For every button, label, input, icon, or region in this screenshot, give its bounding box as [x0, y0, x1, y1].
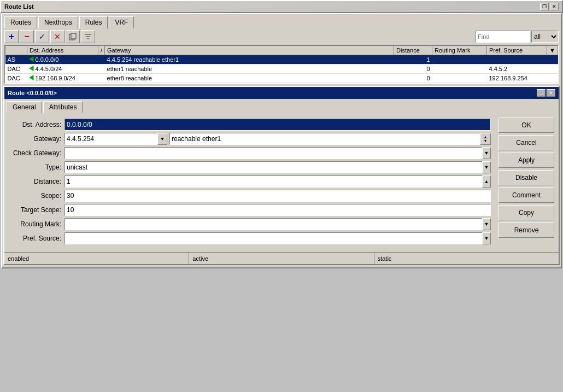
col-distance[interactable]: Distance [394, 46, 432, 55]
remove-button[interactable]: − [20, 30, 34, 43]
remove-button-form[interactable]: Remove [499, 223, 554, 238]
row-type: AS [5, 55, 27, 65]
check-gateway-field: ▼ [64, 147, 491, 159]
toolbar: + − ✓ ✕ all [2, 28, 561, 45]
check-gateway-dropdown[interactable]: ▼ [482, 147, 491, 159]
row-gateway: ether1 reachable [105, 65, 394, 74]
copy-button[interactable]: Copy [499, 205, 554, 220]
col-slash: / [98, 46, 105, 55]
distance-up[interactable]: ▲ [482, 175, 491, 188]
row-routing-mark [432, 74, 487, 83]
row-dst: 0.0.0.0/0 [27, 55, 98, 65]
tab-bar: Routes Nexthops Rules VRF [2, 14, 561, 28]
scope-label: Scope: [10, 192, 64, 200]
gateway-dropdown-button[interactable]: ▼ [157, 133, 167, 145]
form-buttons: OK Cancel Apply Disable Comment Copy Rem… [496, 115, 556, 250]
filter-button[interactable] [81, 30, 95, 43]
comment-button[interactable]: Comment [499, 188, 554, 203]
check-button[interactable]: ✓ [35, 30, 49, 43]
routing-mark-row: Routing Mark: ▼ [10, 218, 491, 230]
status-bar: enabled active static [4, 252, 559, 264]
apply-button[interactable]: Apply [499, 153, 554, 168]
gateway-label: Gateway: [10, 135, 64, 143]
type-input[interactable] [64, 161, 482, 173]
distance-row: Distance: ▲ [10, 175, 491, 188]
target-scope-label: Target Scope: [10, 206, 64, 214]
disable-button[interactable]: Disable [499, 170, 554, 185]
table-row[interactable]: DAC 192.168.9.0/24 ether8 reachable 0 19… [5, 74, 558, 83]
distance-input[interactable] [64, 175, 482, 188]
col-type [5, 46, 27, 55]
routing-mark-label: Routing Mark: [10, 220, 64, 228]
svg-rect-1 [71, 33, 76, 39]
gateway-updown-button[interactable]: ▲▼ [480, 133, 491, 145]
row-pref-source: 4.4.5.2 [487, 65, 547, 74]
col-gateway[interactable]: Gateway [105, 46, 394, 55]
status-active: active [189, 253, 374, 264]
tab-vrf[interactable]: VRF [109, 16, 134, 28]
routing-mark-dropdown[interactable]: ▼ [482, 218, 491, 230]
sub-tab-general[interactable]: General [7, 101, 42, 113]
main-window: Routes Nexthops Rules VRF + − ✓ ✕ all Ds… [1, 13, 562, 268]
row-extra [547, 65, 558, 74]
routing-mark-input[interactable] [64, 218, 482, 230]
row-type: DAC [5, 74, 27, 83]
pref-source-row: Pref. Source: ▼ [10, 232, 491, 244]
ok-button[interactable]: OK [499, 118, 554, 133]
sub-restore-button[interactable]: ❐ [537, 89, 546, 97]
pref-source-dropdown[interactable]: ▼ [482, 232, 491, 244]
tab-rules[interactable]: Rules [79, 16, 108, 28]
form-left: Dst. Address: Gateway: ▼ ▲▼ Check Gatewa… [7, 115, 494, 250]
status-enabled: enabled [4, 253, 189, 264]
type-row: Type: ▼ [10, 161, 491, 173]
pref-source-input[interactable] [64, 232, 482, 244]
add-button[interactable]: + [4, 30, 19, 43]
pref-source-field: ▼ [64, 232, 491, 244]
row-pref-source [487, 55, 547, 65]
target-scope-input[interactable] [64, 204, 491, 216]
tab-nexthops[interactable]: Nexthops [38, 16, 78, 28]
close-button[interactable]: ✕ [550, 3, 559, 10]
row-type: DAC [5, 65, 27, 74]
dst-address-input[interactable] [64, 119, 491, 131]
find-input[interactable] [476, 31, 530, 43]
sub-title: Route <0.0.0.0/0> [8, 90, 57, 96]
row-distance: 0 [394, 65, 432, 74]
row-dst: 192.168.9.0/24 [27, 74, 98, 83]
type-field: ▼ [64, 161, 491, 173]
row-gateway: 4.4.5.254 reachable ether1 [105, 55, 394, 65]
gateway-text-input[interactable] [169, 133, 480, 145]
main-title-bar: Route List ❐ ✕ [0, 0, 563, 13]
copy-tool-button[interactable] [66, 30, 80, 43]
row-distance: 0 [394, 74, 432, 83]
route-table-container: Dst. Address / Gateway Distance Routing … [4, 45, 559, 84]
restore-button[interactable]: ❐ [540, 3, 549, 10]
title-bar-buttons: ❐ ✕ [540, 3, 559, 10]
cancel-button[interactable]: Cancel [499, 135, 554, 150]
dst-address-row: Dst. Address: [10, 119, 491, 131]
dst-address-label: Dst. Address: [10, 121, 64, 128]
col-dst[interactable]: Dst. Address [27, 46, 98, 55]
gateway-input[interactable] [64, 133, 157, 145]
row-pref-source: 192.168.9.254 [487, 74, 547, 83]
type-dropdown[interactable]: ▼ [482, 161, 491, 173]
row-dst: 4.4.5.0/24 [27, 65, 98, 74]
scope-input[interactable] [64, 190, 491, 202]
table-row[interactable]: AS 0.0.0.0/0 4.4.5.254 reachable ether1 … [5, 55, 558, 65]
sub-title-bar: Route <0.0.0.0/0> ❐ ✕ [4, 87, 559, 99]
check-gateway-row: Check Gateway: ▼ [10, 147, 491, 159]
sub-tab-bar: General Attributes [4, 99, 559, 113]
status-static: static [374, 253, 559, 264]
col-pref-source[interactable]: Pref. Source [487, 46, 547, 55]
find-dropdown[interactable]: all [531, 31, 559, 43]
table-row[interactable]: DAC 4.4.5.0/24 ether1 reachable 0 4.4.5.… [5, 65, 558, 74]
sub-close-button[interactable]: ✕ [547, 89, 555, 97]
sub-tab-attributes[interactable]: Attributes [43, 101, 83, 113]
distance-field: ▲ [64, 175, 491, 188]
cross-button[interactable]: ✕ [50, 30, 64, 43]
col-dropdown[interactable]: ▼ [547, 46, 558, 55]
col-routing-mark[interactable]: Routing Mark [432, 46, 487, 55]
sub-title-buttons: ❐ ✕ [537, 89, 555, 97]
check-gateway-input[interactable] [64, 147, 482, 159]
tab-routes[interactable]: Routes [4, 16, 37, 28]
